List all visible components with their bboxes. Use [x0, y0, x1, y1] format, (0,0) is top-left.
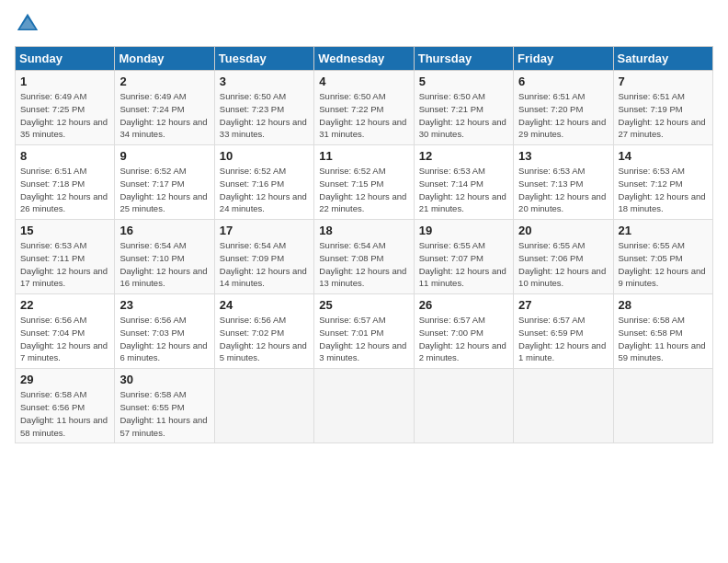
- cell-content: Sunrise: 6:55 AMSunset: 7:07 PMDaylight:…: [419, 240, 506, 288]
- calendar-cell: 24Sunrise: 6:56 AMSunset: 7:02 PMDayligh…: [214, 294, 313, 369]
- day-number: 15: [20, 224, 109, 237]
- day-number: 19: [419, 224, 508, 237]
- day-number: 17: [220, 224, 309, 237]
- cell-content: Sunrise: 6:51 AMSunset: 7:19 PMDaylight:…: [619, 91, 706, 139]
- day-number: 22: [20, 298, 109, 312]
- page-header: [15, 11, 713, 37]
- calendar-cell: 17Sunrise: 6:54 AMSunset: 7:09 PMDayligh…: [214, 220, 313, 294]
- calendar-cell: 20Sunrise: 6:55 AMSunset: 7:06 PMDayligh…: [514, 220, 613, 294]
- calendar-cell: 25Sunrise: 6:57 AMSunset: 7:01 PMDayligh…: [314, 294, 414, 369]
- cell-content: Sunrise: 6:50 AMSunset: 7:22 PMDaylight:…: [319, 91, 406, 139]
- cell-content: Sunrise: 6:52 AMSunset: 7:17 PMDaylight:…: [119, 166, 207, 213]
- day-number: 11: [319, 149, 408, 163]
- cell-content: Sunrise: 6:49 AMSunset: 7:25 PMDaylight:…: [20, 91, 108, 139]
- cell-content: Sunrise: 6:56 AMSunset: 7:02 PMDaylight:…: [220, 315, 307, 362]
- calendar-cell: 27Sunrise: 6:57 AMSunset: 6:59 PMDayligh…: [514, 294, 613, 369]
- calendar-cell: 16Sunrise: 6:54 AMSunset: 7:10 PMDayligh…: [115, 220, 214, 294]
- cell-content: Sunrise: 6:55 AMSunset: 7:05 PMDaylight:…: [619, 240, 706, 288]
- day-header-saturday: Saturday: [613, 47, 712, 71]
- calendar-cell: [613, 369, 712, 443]
- calendar-week-3: 15Sunrise: 6:53 AMSunset: 7:11 PMDayligh…: [16, 220, 713, 294]
- cell-content: Sunrise: 6:57 AMSunset: 7:00 PMDaylight:…: [419, 315, 506, 362]
- day-number: 25: [319, 298, 408, 312]
- calendar-cell: 22Sunrise: 6:56 AMSunset: 7:04 PMDayligh…: [16, 294, 115, 369]
- cell-content: Sunrise: 6:54 AMSunset: 7:09 PMDaylight:…: [220, 240, 307, 288]
- calendar-week-1: 1Sunrise: 6:49 AMSunset: 7:25 PMDaylight…: [16, 71, 713, 145]
- calendar-cell: 5Sunrise: 6:50 AMSunset: 7:21 PMDaylight…: [414, 71, 513, 145]
- cell-content: Sunrise: 6:50 AMSunset: 7:21 PMDaylight:…: [419, 91, 506, 139]
- day-header-sunday: Sunday: [16, 47, 115, 71]
- day-number: 14: [619, 149, 708, 163]
- cell-content: Sunrise: 6:49 AMSunset: 7:24 PMDaylight:…: [119, 91, 207, 139]
- calendar-table: SundayMondayTuesdayWednesdayThursdayFrid…: [15, 46, 713, 443]
- day-number: 9: [119, 149, 209, 163]
- day-number: 6: [518, 75, 608, 88]
- cell-content: Sunrise: 6:52 AMSunset: 7:16 PMDaylight:…: [220, 166, 307, 213]
- calendar-cell: 12Sunrise: 6:53 AMSunset: 7:14 PMDayligh…: [414, 145, 513, 220]
- calendar-cell: 2Sunrise: 6:49 AMSunset: 7:24 PMDaylight…: [115, 71, 214, 145]
- day-header-tuesday: Tuesday: [214, 47, 313, 71]
- calendar-cell: [414, 369, 513, 443]
- calendar-week-4: 22Sunrise: 6:56 AMSunset: 7:04 PMDayligh…: [16, 294, 713, 369]
- calendar-cell: 1Sunrise: 6:49 AMSunset: 7:25 PMDaylight…: [16, 71, 115, 145]
- calendar-cell: 18Sunrise: 6:54 AMSunset: 7:08 PMDayligh…: [314, 220, 414, 294]
- cell-content: Sunrise: 6:56 AMSunset: 7:03 PMDaylight:…: [119, 315, 207, 362]
- day-number: 2: [119, 75, 209, 88]
- cell-content: Sunrise: 6:56 AMSunset: 7:04 PMDaylight:…: [20, 315, 108, 362]
- calendar-cell: 14Sunrise: 6:53 AMSunset: 7:12 PMDayligh…: [613, 145, 712, 220]
- calendar-header: SundayMondayTuesdayWednesdayThursdayFrid…: [16, 47, 713, 71]
- cell-content: Sunrise: 6:58 AMSunset: 6:55 PMDaylight:…: [119, 389, 207, 437]
- calendar-cell: [214, 369, 313, 443]
- day-number: 21: [619, 224, 708, 237]
- cell-content: Sunrise: 6:58 AMSunset: 6:58 PMDaylight:…: [619, 315, 706, 362]
- calendar-cell: 15Sunrise: 6:53 AMSunset: 7:11 PMDayligh…: [16, 220, 115, 294]
- calendar-cell: 28Sunrise: 6:58 AMSunset: 6:58 PMDayligh…: [613, 294, 712, 369]
- page-container: SundayMondayTuesdayWednesdayThursdayFrid…: [0, 0, 728, 451]
- day-number: 29: [20, 373, 109, 386]
- calendar-cell: 30Sunrise: 6:58 AMSunset: 6:55 PMDayligh…: [115, 369, 214, 443]
- cell-content: Sunrise: 6:55 AMSunset: 7:06 PMDaylight:…: [518, 240, 606, 288]
- calendar-cell: 21Sunrise: 6:55 AMSunset: 7:05 PMDayligh…: [613, 220, 712, 294]
- calendar-cell: 4Sunrise: 6:50 AMSunset: 7:22 PMDaylight…: [314, 71, 414, 145]
- day-number: 30: [119, 373, 209, 386]
- calendar-cell: 23Sunrise: 6:56 AMSunset: 7:03 PMDayligh…: [115, 294, 214, 369]
- day-number: 18: [319, 224, 408, 237]
- calendar-week-5: 29Sunrise: 6:58 AMSunset: 6:56 PMDayligh…: [16, 369, 713, 443]
- day-number: 26: [419, 298, 508, 312]
- day-number: 1: [20, 75, 109, 88]
- day-number: 27: [518, 298, 608, 312]
- day-number: 16: [119, 224, 209, 237]
- calendar-cell: 9Sunrise: 6:52 AMSunset: 7:17 PMDaylight…: [115, 145, 214, 220]
- logo: [15, 11, 44, 37]
- day-number: 8: [20, 149, 109, 163]
- day-header-monday: Monday: [115, 47, 214, 71]
- calendar-cell: 19Sunrise: 6:55 AMSunset: 7:07 PMDayligh…: [414, 220, 513, 294]
- calendar-cell: 11Sunrise: 6:52 AMSunset: 7:15 PMDayligh…: [314, 145, 414, 220]
- cell-content: Sunrise: 6:51 AMSunset: 7:20 PMDaylight:…: [518, 91, 606, 139]
- cell-content: Sunrise: 6:51 AMSunset: 7:18 PMDaylight:…: [20, 166, 108, 213]
- calendar-cell: 7Sunrise: 6:51 AMSunset: 7:19 PMDaylight…: [613, 71, 712, 145]
- cell-content: Sunrise: 6:57 AMSunset: 7:01 PMDaylight:…: [319, 315, 406, 362]
- day-number: 7: [619, 75, 708, 88]
- cell-content: Sunrise: 6:53 AMSunset: 7:12 PMDaylight:…: [619, 166, 706, 213]
- calendar-cell: [314, 369, 414, 443]
- day-number: 13: [518, 149, 608, 163]
- day-number: 28: [619, 298, 708, 312]
- day-number: 24: [220, 298, 309, 312]
- day-header-thursday: Thursday: [414, 47, 513, 71]
- calendar-cell: [514, 369, 613, 443]
- calendar-week-2: 8Sunrise: 6:51 AMSunset: 7:18 PMDaylight…: [16, 145, 713, 220]
- cell-content: Sunrise: 6:53 AMSunset: 7:11 PMDaylight:…: [20, 240, 108, 288]
- cell-content: Sunrise: 6:54 AMSunset: 7:10 PMDaylight:…: [119, 240, 207, 288]
- day-number: 20: [518, 224, 608, 237]
- cell-content: Sunrise: 6:52 AMSunset: 7:15 PMDaylight:…: [319, 166, 406, 213]
- calendar-cell: 8Sunrise: 6:51 AMSunset: 7:18 PMDaylight…: [16, 145, 115, 220]
- day-number: 4: [319, 75, 408, 88]
- calendar-cell: 26Sunrise: 6:57 AMSunset: 7:00 PMDayligh…: [414, 294, 513, 369]
- cell-content: Sunrise: 6:57 AMSunset: 6:59 PMDaylight:…: [518, 315, 606, 362]
- calendar-cell: 3Sunrise: 6:50 AMSunset: 7:23 PMDaylight…: [214, 71, 313, 145]
- cell-content: Sunrise: 6:53 AMSunset: 7:14 PMDaylight:…: [419, 166, 506, 213]
- cell-content: Sunrise: 6:53 AMSunset: 7:13 PMDaylight:…: [518, 166, 606, 213]
- cell-content: Sunrise: 6:50 AMSunset: 7:23 PMDaylight:…: [220, 91, 307, 139]
- calendar-cell: 6Sunrise: 6:51 AMSunset: 7:20 PMDaylight…: [514, 71, 613, 145]
